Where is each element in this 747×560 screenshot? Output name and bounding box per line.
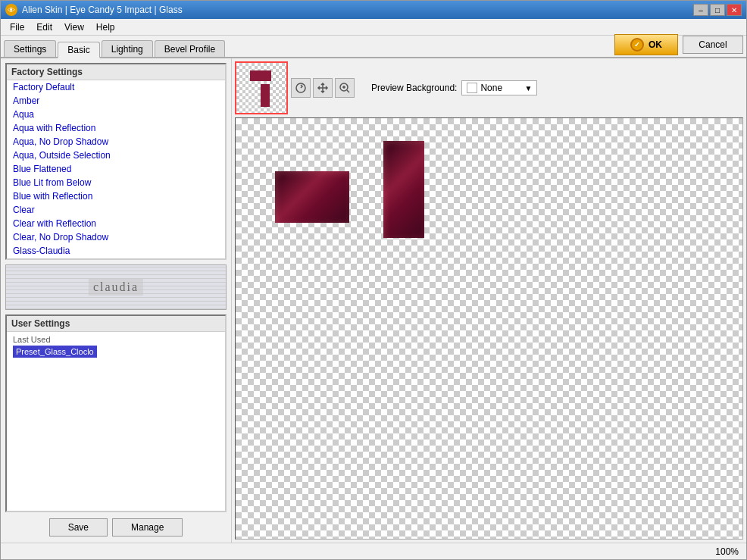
list-item-clear-no-drop[interactable]: Clear, No Drop Shadow bbox=[7, 230, 225, 244]
list-item-amber[interactable]: Amber bbox=[7, 94, 225, 108]
preview-bg-dropdown[interactable]: None ▼ bbox=[461, 80, 537, 95]
zoom-level: 100% bbox=[715, 546, 739, 557]
last-used-label: Last Used bbox=[13, 335, 219, 344]
list-item-factory-default[interactable]: Factory Default bbox=[7, 80, 225, 94]
title-bar: 👁 Alien Skin | Eye Candy 5 Impact | Glas… bbox=[1, 1, 746, 19]
tabs-bar: Settings Basic Lighting Bevel Profile ✓ … bbox=[1, 36, 746, 58]
close-button[interactable]: ✕ bbox=[727, 4, 742, 16]
preview-shape-2 bbox=[383, 141, 424, 238]
user-settings-list: User Settings Last Used Preset_Glass_Clo… bbox=[5, 314, 227, 512]
app-icon: 👁 bbox=[5, 4, 17, 16]
menu-view[interactable]: View bbox=[58, 19, 90, 35]
menubar: File Edit View Help bbox=[1, 19, 746, 36]
user-settings-content: Last Used Preset_Glass_Cloclo bbox=[7, 332, 225, 511]
list-item-aqua-outside[interactable]: Aqua, Outside Selection bbox=[7, 149, 225, 162]
left-panel: Factory Settings Factory Default Amber A… bbox=[1, 58, 232, 543]
menu-edit[interactable]: Edit bbox=[30, 19, 58, 35]
save-button[interactable]: Save bbox=[49, 518, 108, 537]
list-item-aqua[interactable]: Aqua bbox=[7, 108, 225, 121]
preview-toolbar: Preview Background: None ▼ bbox=[235, 61, 743, 114]
cancel-button[interactable]: Cancel bbox=[683, 36, 743, 54]
tab-lighting[interactable]: Lighting bbox=[102, 40, 153, 57]
panel-buttons: Save Manage bbox=[5, 517, 227, 538]
content-area: Factory Settings Factory Default Amber A… bbox=[1, 58, 746, 543]
window-controls: – □ ✕ bbox=[693, 4, 742, 16]
tool-buttons bbox=[291, 78, 355, 98]
preview-bg-selector: Preview Background: None ▼ bbox=[365, 80, 537, 95]
list-item-glass-claudia[interactable]: Glass-Claudia bbox=[7, 244, 225, 258]
preview-shape-1 bbox=[275, 171, 349, 223]
minimize-button[interactable]: – bbox=[693, 4, 708, 16]
user-settings-header: User Settings bbox=[7, 316, 225, 332]
list-item-blue-reflection[interactable]: Blue with Reflection bbox=[7, 189, 225, 203]
maximize-button[interactable]: □ bbox=[710, 4, 725, 16]
reset-view-button[interactable] bbox=[291, 78, 311, 98]
preview-content bbox=[236, 118, 742, 539]
settings-list-scroll[interactable]: Factory Default Amber Aqua Aqua with Ref… bbox=[7, 80, 225, 258]
pan-button[interactable] bbox=[313, 78, 333, 98]
left-panel-preview: claudia bbox=[5, 264, 227, 310]
ok-icon: ✓ bbox=[630, 38, 644, 52]
ok-button[interactable]: ✓ OK bbox=[614, 34, 678, 55]
zoom-button[interactable] bbox=[335, 78, 355, 98]
menu-help[interactable]: Help bbox=[90, 19, 121, 35]
factory-settings-list: Factory Settings Factory Default Amber A… bbox=[5, 63, 227, 260]
preview-thumbnail bbox=[235, 61, 288, 114]
svg-line-2 bbox=[347, 90, 349, 92]
main-window: 👁 Alien Skin | Eye Candy 5 Impact | Glas… bbox=[0, 0, 747, 560]
status-bar: 100% bbox=[1, 543, 746, 559]
preview-text-label: claudia bbox=[89, 279, 143, 296]
menu-file[interactable]: File bbox=[4, 19, 30, 35]
preview-bg-value: None bbox=[480, 83, 502, 93]
dropdown-arrow-icon: ▼ bbox=[524, 84, 532, 92]
factory-settings-header: Factory Settings bbox=[7, 64, 225, 80]
list-item-blue-lit[interactable]: Blue Lit from Below bbox=[7, 176, 225, 189]
right-panel: Preview Background: None ▼ bbox=[232, 58, 746, 543]
window-title: Alien Skin | Eye Candy 5 Impact | Glass bbox=[22, 5, 183, 15]
list-item-aqua-no-drop[interactable]: Aqua, No Drop Shadow bbox=[7, 135, 225, 149]
tab-bevel-profile[interactable]: Bevel Profile bbox=[155, 40, 225, 57]
user-preset-item[interactable]: Preset_Glass_Cloclo bbox=[13, 346, 97, 358]
preview-bg-label: Preview Background: bbox=[371, 83, 457, 93]
list-item-clear-reflection[interactable]: Clear with Reflection bbox=[7, 217, 225, 230]
tab-basic[interactable]: Basic bbox=[58, 42, 99, 58]
list-item-blue-flattened[interactable]: Blue Flattened bbox=[7, 162, 225, 176]
list-item-aqua-reflection[interactable]: Aqua with Reflection bbox=[7, 121, 225, 135]
preview-bg-swatch bbox=[467, 83, 477, 93]
list-item-clear[interactable]: Clear bbox=[7, 203, 225, 217]
manage-button[interactable]: Manage bbox=[112, 518, 183, 537]
tab-settings[interactable]: Settings bbox=[4, 40, 56, 57]
preview-area[interactable] bbox=[235, 117, 743, 540]
list-item-glass-claudia2[interactable]: Glass-Claudia2 bbox=[7, 258, 225, 258]
